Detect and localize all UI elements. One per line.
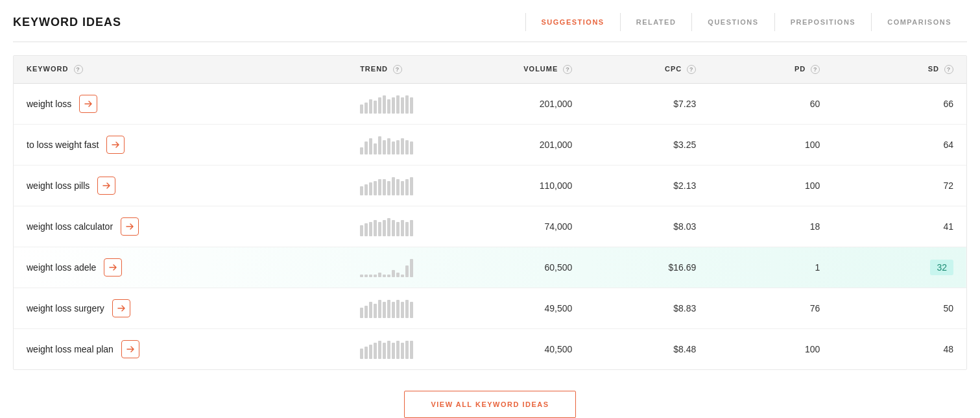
trend-bar: [383, 275, 386, 277]
table-row: weight loss surgery 49,500$8.837650: [14, 288, 966, 329]
sd-cell: 41: [833, 206, 966, 247]
pd-cell: 18: [709, 206, 833, 247]
keyword-text: weight loss surgery: [27, 303, 104, 314]
help-icon-pd[interactable]: ?: [811, 65, 820, 74]
col-header-cpc: CPC ?: [585, 56, 709, 84]
trend-bar: [374, 181, 377, 195]
trend-bar: [401, 302, 404, 318]
table-row: weight loss adele 60,500$16.69132: [14, 247, 966, 288]
trend-bar: [378, 179, 381, 195]
trend-bar: [374, 275, 377, 277]
keyword-arrow-button[interactable]: [106, 136, 125, 154]
trend-cell: [347, 288, 461, 329]
trend-bar: [387, 138, 390, 154]
trend-bar: [396, 273, 400, 277]
table-row: weight loss pills 110,000$2.1310072: [14, 166, 966, 206]
trend-bar: [360, 104, 363, 114]
trend-bar: [383, 302, 386, 318]
trend-bar: [387, 275, 390, 277]
keyword-arrow-button[interactable]: [121, 340, 139, 358]
trend-bar: [396, 95, 400, 114]
volume-cell: 201,000: [461, 125, 585, 166]
trend-bar: [410, 141, 413, 154]
table-row: weight loss calculator 74,000$8.031841: [14, 206, 966, 247]
cpc-cell: $8.48: [585, 329, 709, 370]
trend-bar: [392, 97, 395, 114]
volume-cell: 110,000: [461, 166, 585, 206]
pd-cell: 76: [709, 288, 833, 329]
trend-bar: [374, 220, 377, 236]
keyword-text: to loss weight fast: [27, 140, 99, 150]
table-row: to loss weight fast 201,000$3.2510064: [14, 125, 966, 166]
page-title: KEYWORD IDEAS: [13, 16, 121, 29]
keyword-text: weight loss meal plan: [27, 344, 114, 354]
trend-bar: [369, 302, 372, 318]
table-row: weight loss meal plan 40,500$8.4810048: [14, 329, 966, 370]
sd-cell: 50: [833, 288, 966, 329]
pd-cell: 100: [709, 125, 833, 166]
tab-suggestions[interactable]: SUGGESTIONS: [525, 13, 620, 31]
cpc-cell: $8.03: [585, 206, 709, 247]
trend-bar: [378, 341, 381, 359]
tab-related[interactable]: RELATED: [620, 13, 692, 31]
trend-bar: [365, 141, 368, 154]
keyword-arrow-button[interactable]: [79, 95, 97, 113]
trend-sparkline: [360, 94, 448, 114]
trend-bar: [369, 182, 372, 195]
trend-bar: [360, 308, 363, 318]
volume-cell: 74,000: [461, 206, 585, 247]
trend-bar: [405, 222, 409, 236]
col-header-trend: TREND ?: [347, 56, 461, 84]
trend-cell: [347, 206, 461, 247]
trend-bar: [369, 275, 372, 277]
keyword-arrow-button[interactable]: [97, 177, 115, 195]
trend-bar: [410, 220, 413, 236]
trend-cell: [347, 329, 461, 370]
sd-cell: 64: [833, 125, 966, 166]
keyword-cell: weight loss pills: [14, 166, 347, 206]
trend-bar: [410, 259, 413, 277]
footer: VIEW ALL KEYWORD IDEAS: [13, 391, 967, 418]
tab-questions[interactable]: QUESTIONS: [691, 13, 774, 31]
pd-cell: 100: [709, 166, 833, 206]
trend-bar: [410, 302, 413, 318]
sd-cell: 48: [833, 329, 966, 370]
trend-bar: [374, 143, 377, 154]
help-icon-trend[interactable]: ?: [393, 65, 402, 74]
trend-bar: [360, 147, 363, 154]
trend-bar: [396, 341, 400, 359]
trend-cell: [347, 84, 461, 125]
cpc-cell: $7.23: [585, 84, 709, 125]
tab-comparisons[interactable]: COMPARISONS: [871, 13, 967, 31]
tab-prepositions[interactable]: PREPOSITIONS: [774, 13, 872, 31]
trend-bar: [383, 95, 386, 114]
sd-value-highlight: 32: [930, 260, 953, 275]
trend-bar: [365, 306, 368, 318]
help-icon-sd[interactable]: ?: [944, 65, 953, 74]
trend-bar: [410, 97, 413, 114]
help-icon-cpc[interactable]: ?: [687, 65, 696, 74]
cpc-cell: $16.69: [585, 247, 709, 288]
keyword-text: weight loss: [27, 99, 71, 109]
trend-bar: [401, 181, 404, 195]
trend-bar: [387, 181, 390, 195]
keyword-cell: weight loss calculator: [14, 206, 347, 247]
keyword-arrow-button[interactable]: [121, 217, 139, 236]
trend-bar: [401, 343, 404, 359]
keyword-arrow-button[interactable]: [104, 258, 122, 277]
keyword-arrow-button[interactable]: [112, 299, 130, 317]
trend-bar: [392, 270, 395, 277]
cpc-cell: $2.13: [585, 166, 709, 206]
trend-bar: [405, 95, 409, 114]
help-icon-volume[interactable]: ?: [563, 65, 572, 74]
keyword-cell: weight loss meal plan: [14, 329, 347, 370]
trend-bar: [405, 179, 409, 195]
trend-cell: [347, 247, 461, 288]
trend-bar: [365, 103, 368, 114]
trend-bar: [410, 177, 413, 195]
trend-bar: [401, 220, 404, 236]
trend-bar: [410, 341, 413, 359]
trend-bar: [401, 97, 404, 114]
view-all-button[interactable]: VIEW ALL KEYWORD IDEAS: [404, 391, 575, 418]
help-icon-keyword[interactable]: ?: [74, 65, 83, 74]
